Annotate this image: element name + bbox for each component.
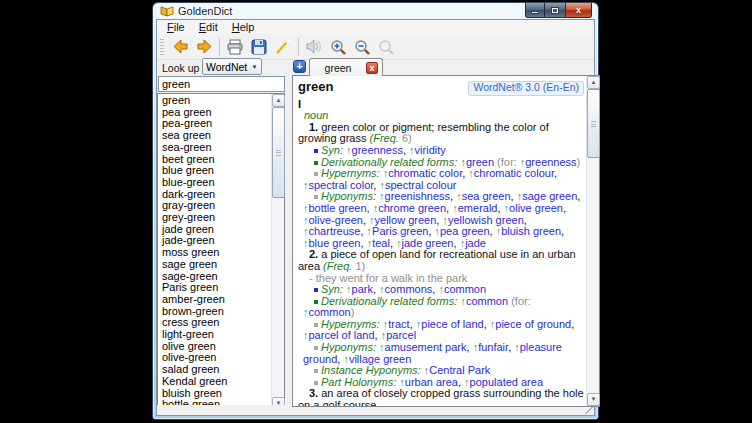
article-link[interactable]: viridity [415,144,446,156]
article-link[interactable]: yellowish green [448,214,524,226]
relation-line: Hypernyms: ↑chromatic color, ↑chromatic … [298,168,584,191]
article-link[interactable]: funfair [478,341,508,353]
article-link[interactable]: spectral colour [385,179,457,191]
wordlist-item[interactable]: sage green [158,259,271,271]
article-link[interactable]: greenness [525,156,576,168]
sense-definition: 1. green color or pigment; resembling th… [298,122,584,145]
toolbar-separator [219,38,220,56]
wordlist-item[interactable]: blue-green [158,177,271,189]
article-link[interactable]: chromatic colour [474,167,554,179]
article-link[interactable]: commons [385,283,433,295]
bullet-icon [314,288,318,292]
article-link[interactable]: bottle green [309,202,367,214]
article-link[interactable]: jade [465,237,486,249]
article-scroll-thumb[interactable] [587,89,600,158]
menu-help[interactable]: Help [225,20,262,34]
print-button[interactable] [223,36,247,58]
bullet-icon [314,381,318,385]
minimize-button[interactable] [525,3,545,18]
menu-bar: File Edit Help [157,20,594,34]
article-link[interactable]: greenishness [385,190,450,202]
scroll-up-icon[interactable]: ▲ [272,94,285,107]
wordlist-item[interactable]: amber-green [158,294,271,306]
back-button[interactable] [168,36,192,58]
dictionary-badge[interactable]: WordNet® 3.0 (En-En) [468,81,584,96]
pronounce-button[interactable] [302,36,326,58]
scroll-up-icon[interactable]: ▲ [587,76,600,89]
article-link[interactable]: populated area [470,376,543,388]
wordlist-item[interactable]: grey-green [158,212,271,224]
wordlist-item[interactable]: sea-green [158,142,271,154]
article-link[interactable]: teal [372,237,390,249]
article-header: green WordNet® 3.0 (En-En) [298,81,584,96]
article-link[interactable]: park [352,283,373,295]
toolbar [157,34,594,60]
search-input[interactable] [158,76,285,92]
relation-line: Hyponyms: ↑amusement park, ↑funfair, ↑pl… [298,342,584,365]
article-content: green WordNet® 3.0 (En-En) I noun 1. gre… [293,76,586,406]
zoom-reset-button[interactable] [374,36,398,58]
bullet-icon [314,172,318,176]
window-title: GoldenDict [178,5,232,17]
article-link[interactable]: Central Park [429,364,490,376]
dictionary-group-select[interactable]: WordNet 3.0 ▼ [202,58,262,75]
maximize-button[interactable] [545,3,565,18]
article-link[interactable]: parcel of land [309,329,375,341]
article-link[interactable]: jade green [402,237,454,249]
article-link[interactable]: chromatic color [388,167,462,179]
wordlist-scroll-thumb[interactable] [272,107,285,198]
toolbar-drag-handle[interactable] [160,39,164,55]
title-bar[interactable]: GoldenDict x [153,3,598,19]
save-button[interactable] [247,36,271,58]
magic-wand-icon [274,39,292,55]
zoom-reset-icon [378,39,395,55]
save-icon [251,39,267,55]
article-scrollbar[interactable]: ▲ ▼ [586,76,599,406]
article-link[interactable]: yellow green [375,214,437,226]
minimize-icon [531,11,539,14]
menu-edit[interactable]: Edit [192,20,225,34]
article-link[interactable]: chrome green [378,202,446,214]
article-link[interactable]: blue green [309,237,361,249]
window-controls: x [525,3,592,18]
article-link[interactable]: spectral color [309,179,374,191]
article-link[interactable]: parcel [386,329,416,341]
article-link[interactable]: bluish green [501,225,561,237]
zoom-in-button[interactable] [326,36,350,58]
tab-green[interactable]: green x [309,58,383,76]
wordlist-item[interactable]: green [158,95,271,107]
wand-button[interactable] [271,36,295,58]
article-link[interactable]: greenness [352,144,403,156]
article-link[interactable]: tract [388,318,409,330]
article-link[interactable]: common [444,283,486,295]
thumb-grip [276,150,281,156]
scroll-down-icon[interactable]: ▼ [587,393,600,406]
wordlist-item[interactable]: light-green [158,329,271,341]
client-area: File Edit Help [156,19,595,416]
article-link[interactable]: common [309,306,351,318]
tab-close-icon[interactable]: x [366,62,378,74]
article-link[interactable]: amusement park [385,341,467,353]
bullet-icon [314,369,318,373]
wordlist-scrollbar[interactable]: ▲ ▼ [271,94,284,410]
article-link[interactable]: olive-green [309,214,363,226]
article-link[interactable]: urban area [405,376,458,388]
close-button[interactable]: x [565,3,592,18]
article-link[interactable]: sea green [462,190,511,202]
article-link[interactable]: piece of ground [495,318,571,330]
article-link[interactable]: green [466,156,494,168]
wordlist-item[interactable]: Kendal green [158,376,271,388]
article-link[interactable]: pea green [440,225,490,237]
article-link[interactable]: emerald [458,202,498,214]
article-link[interactable]: common [466,295,508,307]
article-link[interactable]: piece of land [421,318,483,330]
article-link[interactable]: olive green [509,202,563,214]
article-link[interactable]: chartreuse [309,225,361,237]
article-link[interactable]: Paris green [372,225,428,237]
add-tab-button[interactable]: + [293,60,306,73]
forward-button[interactable] [192,36,216,58]
zoom-out-button[interactable] [350,36,374,58]
article-link[interactable]: village green [349,353,411,365]
article-link[interactable]: sage green [522,190,577,202]
menu-file[interactable]: File [160,20,192,34]
